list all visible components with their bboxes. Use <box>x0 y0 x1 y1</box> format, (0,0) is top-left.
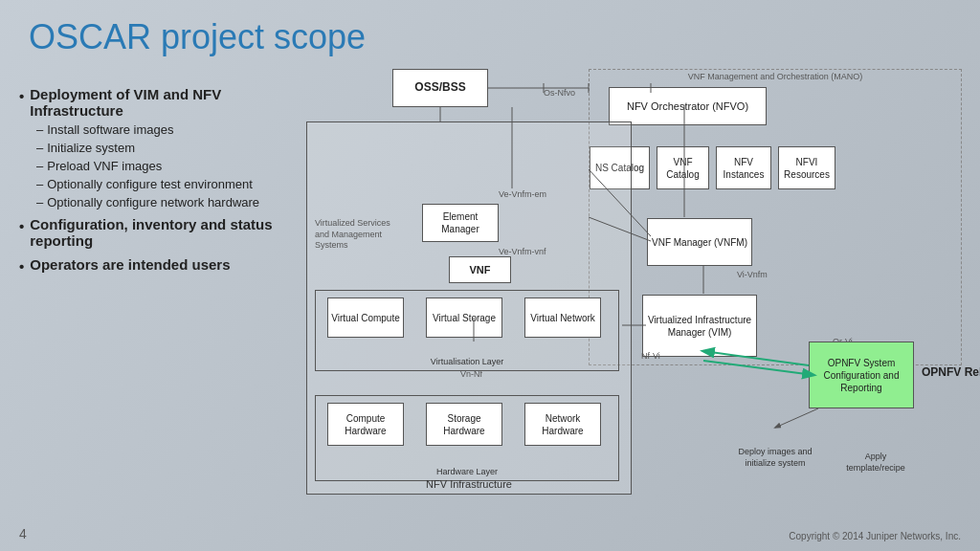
box-compute-hw: Compute Hardware <box>327 403 404 446</box>
sub-bullet-1-5-text: Optionally configure network hardware <box>47 195 259 211</box>
diagram: VNF Management and Orchestration (MANO) … <box>306 69 967 538</box>
opnfv-rel-label: OPNFV Rel 1 <box>922 365 980 379</box>
mano-box: VNF Management and Orchestration (MANO) … <box>589 69 962 365</box>
mano-label: VNF Management and Orchestration (MANO) <box>688 72 863 81</box>
iface-nf-vi: Nf-Vi <box>641 351 660 361</box>
box-virt-network: Virtual Network <box>524 298 601 338</box>
box-virt-storage: Virtual Storage <box>426 298 502 338</box>
bullet-section: • Deployment of VIM and NFV Infrastructu… <box>19 86 297 278</box>
bullet-main-3: • Operators are intended users <box>19 256 297 275</box>
hw-layer-box: Compute Hardware Storage Hardware Networ… <box>315 395 619 481</box>
box-vnf: VNF <box>449 256 511 283</box>
apply-label: Apply template/recipe <box>837 452 914 474</box>
sub-bullet-1-3-text: Preload VNF images <box>47 159 162 175</box>
box-vnf-manager: VNF Manager (VNFM) <box>647 218 752 266</box>
bullet-main-2: • Configuration, inventory and status re… <box>19 216 297 249</box>
box-element-manager: Element Manager <box>422 204 499 242</box>
bullet-dot-2: • <box>19 218 24 234</box>
box-nfvi-resources: NFVI Resources <box>778 146 835 189</box>
sub-bullet-1-4: – Optionally configure test environment <box>36 177 297 193</box>
sub-bullet-1-4-text: Optionally configure test environment <box>47 177 253 193</box>
box-vim: Virtualized Infrastructure Manager (VIM) <box>642 295 757 357</box>
box-nfv-instances: NFV Instances <box>716 146 771 189</box>
nfv-infra-box: Virtualized Services and Management Syst… <box>306 121 632 495</box>
box-nfvo: NFV Orchestrator (NFVO) <box>609 87 767 125</box>
deploy-label: Deploy images and initialize system <box>732 447 818 469</box>
iface-vi-vnfm: Vi-Vnfm <box>737 270 768 279</box>
page-number: 4 <box>19 526 27 541</box>
bullet-dot-3: • <box>19 258 24 275</box>
slide: OSCAR project scope • Deployment of VIM … <box>0 0 980 551</box>
vsms-label: Virtualized Services and Management Syst… <box>315 218 396 252</box>
sub-bullet-1-3: – Preload VNF images <box>36 159 297 175</box>
bullet-dot-1: • <box>19 88 24 104</box>
sub-bullets-1: – Install software images – Initialize s… <box>36 122 297 210</box>
slide-title: OSCAR project scope <box>29 17 366 57</box>
box-vnf-catalog: VNF Catalog <box>657 146 709 189</box>
iface-ve-vnfm-em: Ve-Vnfm-em <box>499 189 546 199</box>
iface-ve-vnfm-vnf: Ve-Vnfm-vnf <box>499 247 546 256</box>
virt-layer-box: Virtual Compute Virtual Storage Virtual … <box>315 290 619 371</box>
sub-bullet-1-1: – Install software images <box>36 122 297 139</box>
sub-bullet-1-5: – Optionally configure network hardware <box>36 195 297 211</box>
box-virt-compute: Virtual Compute <box>327 298 404 338</box>
iface-os-nfvo: Os-Nfvo <box>544 88 575 98</box>
virt-layer-label: Virtualisation Layer <box>431 357 503 366</box>
sub-bullet-1-2-text: Initialize system <box>47 141 135 157</box>
iface-vn-nf: Vn-Nf <box>460 369 482 379</box>
box-opnfv: OPNFV System Configuration and Reporting <box>809 342 914 408</box>
hw-layer-label: Hardware Layer <box>436 467 498 476</box>
copyright: Copyright © 2014 Juniper Networks, Inc. <box>789 531 961 541</box>
box-ossbss: OSS/BSS <box>392 69 488 107</box>
bullet-main-2-text: Configuration, inventory and status repo… <box>30 216 297 249</box>
box-network-hw: Network Hardware <box>524 403 601 446</box>
bullet-main-3-text: Operators are intended users <box>30 256 230 273</box>
sub-bullet-1-2: – Initialize system <box>36 141 297 157</box>
nfv-infra-label: NFV Infrastructure <box>426 478 512 490</box>
sub-bullet-1-1-text: Install software images <box>47 122 173 139</box>
svg-line-15 <box>775 408 818 428</box>
box-storage-hw: Storage Hardware <box>426 403 502 446</box>
bullet-main-1-text: Deployment of VIM and NFV Infrastructure <box>30 86 297 119</box>
bullet-main-1: • Deployment of VIM and NFV Infrastructu… <box>19 86 297 119</box>
